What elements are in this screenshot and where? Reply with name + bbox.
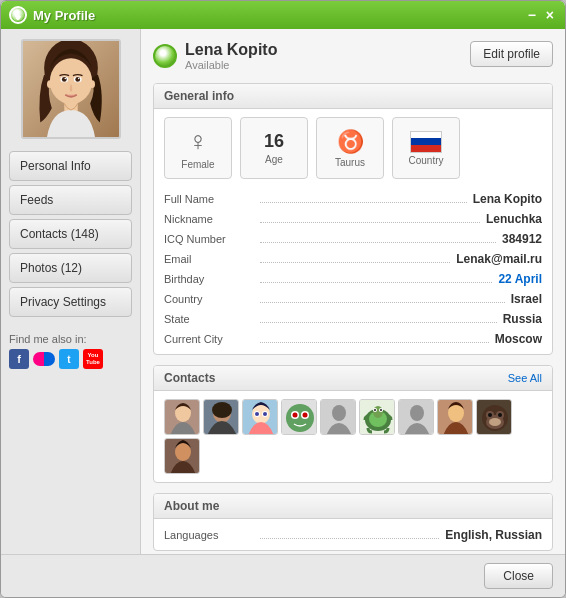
- see-all-link[interactable]: See All: [508, 372, 542, 384]
- about-info-fields: Languages English, Russian: [164, 527, 542, 542]
- bottom-bar: Close: [1, 554, 565, 597]
- nickname-dots: [260, 211, 480, 223]
- svg-point-18: [212, 402, 232, 418]
- sidebar-item-privacy-settings[interactable]: Privacy Settings: [9, 287, 132, 317]
- contact-avatar[interactable]: [398, 399, 434, 435]
- zodiac-symbol: ♉: [337, 129, 364, 155]
- languages-key: Languages: [164, 529, 254, 541]
- profile-photo: [21, 39, 121, 139]
- close-title-button[interactable]: ×: [543, 8, 557, 22]
- twitter-icon[interactable]: t: [59, 349, 79, 369]
- user-name-area: Lena Kopito Available: [153, 41, 277, 71]
- contact-avatar[interactable]: [164, 438, 200, 474]
- svg-point-54: [175, 443, 191, 461]
- user-status: Available: [185, 59, 277, 71]
- email-key: Email: [164, 253, 254, 265]
- svg-point-40: [380, 409, 382, 411]
- age-label: Age: [265, 154, 283, 165]
- fullname-key: Full Name: [164, 193, 254, 205]
- country-icon-box: Country: [392, 117, 460, 179]
- edit-profile-button[interactable]: Edit profile: [470, 41, 553, 67]
- city-key: Current City: [164, 333, 254, 345]
- birthday-key: Birthday: [164, 273, 254, 285]
- social-icons-row: f t YouTube: [9, 349, 132, 369]
- contact-avatar[interactable]: [476, 399, 512, 435]
- svg-point-8: [61, 77, 66, 82]
- youtube-icon[interactable]: YouTube: [83, 349, 103, 369]
- info-fields: Full Name Lena Kopito Nickname Lenuchka …: [164, 191, 542, 346]
- fullname-dots: [260, 191, 467, 203]
- contact-avatar[interactable]: [437, 399, 473, 435]
- contacts-section-header: Contacts See All: [154, 366, 552, 391]
- city-dots: [260, 331, 489, 343]
- svg-point-32: [332, 405, 346, 421]
- nickname-key: Nickname: [164, 213, 254, 225]
- email-val: Lenak@mail.ru: [456, 252, 542, 266]
- contact-avatar[interactable]: [359, 399, 395, 435]
- svg-point-52: [489, 418, 501, 426]
- main-window: My Profile − ×: [0, 0, 566, 598]
- content-area: Personal Info Feeds Contacts (148) Photo…: [1, 29, 565, 554]
- contact-avatar[interactable]: [281, 399, 317, 435]
- profile-photo-area: [9, 39, 132, 139]
- find-me-section: Find me also in: f t YouTube: [9, 329, 132, 373]
- about-me-header: About me: [154, 494, 552, 519]
- svg-point-12: [47, 80, 53, 88]
- sidebar-item-photos[interactable]: Photos (12): [9, 253, 132, 283]
- general-info-section: General info ♀ Female 16 Age ♉: [153, 83, 553, 355]
- russia-flag: [410, 131, 442, 153]
- about-me-section: About me Languages English, Russian: [153, 493, 553, 551]
- svg-point-13: [89, 80, 95, 88]
- user-status-icon: [153, 44, 177, 68]
- info-row-birthday: Birthday 22 April: [164, 271, 542, 286]
- svg-point-26: [286, 404, 314, 432]
- titlebar-controls: − ×: [525, 8, 557, 22]
- info-row-languages: Languages English, Russian: [164, 527, 542, 542]
- user-name: Lena Kopito: [185, 41, 277, 59]
- info-row-nickname: Nickname Lenuchka: [164, 211, 542, 226]
- age-value: 16: [264, 131, 284, 152]
- contact-avatar[interactable]: [164, 399, 200, 435]
- sidebar-item-feeds[interactable]: Feeds: [9, 185, 132, 215]
- birthday-val: 22 April: [498, 272, 542, 286]
- birthday-dots: [260, 271, 492, 283]
- main-content: Lena Kopito Available Edit profile Gener…: [141, 29, 565, 554]
- sidebar-item-contacts[interactable]: Contacts (148): [9, 219, 132, 249]
- flickr-icon[interactable]: [33, 352, 55, 366]
- nickname-val: Lenuchka: [486, 212, 542, 226]
- svg-point-10: [64, 78, 66, 80]
- sidebar-item-personal-info[interactable]: Personal Info: [9, 151, 132, 181]
- svg-point-23: [255, 412, 259, 416]
- zodiac-label: Taurus: [335, 157, 365, 168]
- state-key: State: [164, 313, 254, 325]
- contact-avatar[interactable]: [203, 399, 239, 435]
- icq-val: 384912: [502, 232, 542, 246]
- close-button[interactable]: Close: [484, 563, 553, 589]
- contacts-section: Contacts See All: [153, 365, 553, 483]
- contact-avatar[interactable]: [320, 399, 356, 435]
- profile-header: Lena Kopito Available Edit profile: [153, 41, 553, 71]
- state-val: Russia: [503, 312, 542, 326]
- contact-avatar[interactable]: [242, 399, 278, 435]
- info-row-city: Current City Moscow: [164, 331, 542, 346]
- info-icons-row: ♀ Female 16 Age ♉ Taurus: [164, 117, 542, 179]
- languages-val: English, Russian: [445, 528, 542, 542]
- info-row-fullname: Full Name Lena Kopito: [164, 191, 542, 206]
- icq-key: ICQ Number: [164, 233, 254, 245]
- app-icon: [9, 6, 27, 24]
- svg-point-50: [488, 413, 492, 417]
- facebook-icon[interactable]: f: [9, 349, 29, 369]
- flag-red: [411, 145, 441, 152]
- user-name-block: Lena Kopito Available: [185, 41, 277, 71]
- find-me-label: Find me also in:: [9, 333, 132, 345]
- age-icon-box: 16 Age: [240, 117, 308, 179]
- svg-point-36: [373, 406, 383, 418]
- info-row-email: Email Lenak@mail.ru: [164, 251, 542, 266]
- window-title: My Profile: [33, 8, 95, 23]
- contacts-label: Contacts: [164, 371, 215, 385]
- svg-point-24: [263, 412, 267, 416]
- titlebar: My Profile − ×: [1, 1, 565, 29]
- state-dots: [260, 311, 497, 323]
- email-dots: [260, 251, 450, 263]
- minimize-button[interactable]: −: [525, 8, 539, 22]
